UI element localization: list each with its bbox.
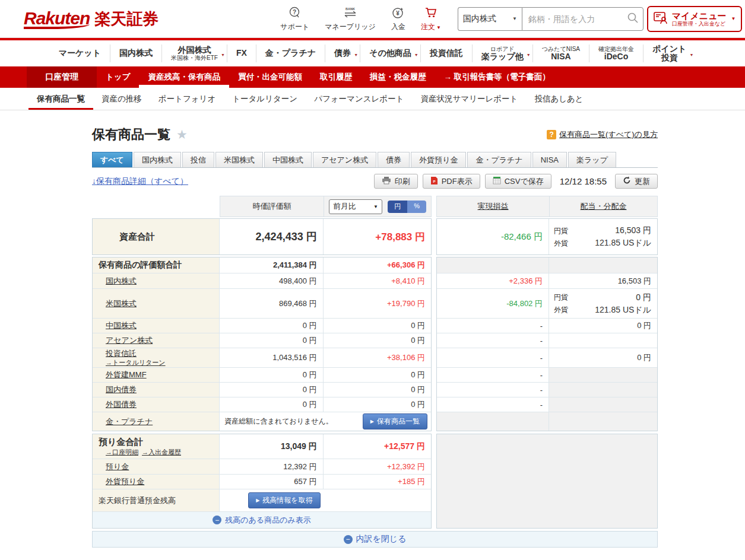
- investment-trust-link[interactable]: 投資信託: [106, 348, 137, 359]
- account-nav-trade-history[interactable]: 取引履歴: [311, 66, 361, 88]
- cashflow-history-link[interactable]: →入出金履歴: [142, 448, 181, 457]
- search-icon[interactable]: [627, 12, 639, 26]
- bank-bridge-icon: BANK: [341, 6, 359, 21]
- rakuten-bank-balance-cell: ▶残高情報を取得: [220, 489, 431, 512]
- account-nav-reports[interactable]: → 取引報告書等（電子書面）: [435, 66, 559, 88]
- foreign-bond-realized: -: [437, 397, 549, 412]
- tab-gold-platinum[interactable]: 金・プラチナ: [467, 152, 531, 167]
- tab-foreign-deposit[interactable]: 外貨預り金: [411, 152, 466, 167]
- top-header: Rakuten 楽天証券 ? サポート BANK マネーブリッジ ¥ 入金 注文…: [0, 0, 745, 38]
- chevron-down-icon: ▼: [731, 16, 736, 21]
- compare-period-select[interactable]: 前月比 ▼: [329, 199, 382, 214]
- tab-bonds[interactable]: 債券: [378, 152, 410, 167]
- account-detail-link[interactable]: →口座明細: [106, 448, 138, 457]
- account-nav-pl-tax-history[interactable]: 損益・税金履歴: [361, 66, 435, 88]
- help-link[interactable]: ? 保有商品一覧(すべて)の見方: [547, 129, 658, 140]
- header-search-group: 国内株式 ▼: [458, 7, 639, 31]
- dividend-header[interactable]: 配当・分配金: [549, 196, 658, 217]
- order-link[interactable]: 注文▼: [421, 6, 441, 32]
- account-nav-home[interactable]: 口座管理: [27, 66, 97, 88]
- deposit-icon: ¥: [392, 6, 405, 21]
- foreign-mmf-realized: -: [437, 368, 549, 383]
- tab-nisa[interactable]: NISA: [532, 152, 567, 167]
- tab-us-stock[interactable]: 米国株式: [215, 152, 263, 167]
- tab-domestic-stock[interactable]: 国内株式: [134, 152, 181, 167]
- page-title: 保有商品一覧: [92, 126, 170, 144]
- deposit-total-change: +12,577 円: [324, 434, 431, 459]
- subnav-total-return[interactable]: トータルリターン: [224, 88, 306, 110]
- tab-asean-stock[interactable]: アセアン株式: [313, 152, 376, 167]
- subnav-portfolio[interactable]: ポートフォリオ: [150, 88, 224, 110]
- us-stock-dividend: 円貨0 円 外貨121.85 USドル: [549, 289, 657, 319]
- sub-nav: 保有商品一覧 資産の推移 ポートフォリオ トータルリターン パフォーマンスレポー…: [0, 88, 745, 110]
- support-link[interactable]: ? サポート: [280, 6, 309, 32]
- nav-fx[interactable]: FX: [227, 44, 256, 62]
- nav-other-products[interactable]: その他商品▼: [360, 44, 420, 62]
- foreign-deposit-link[interactable]: 外貨預り金: [106, 476, 144, 487]
- tab-all[interactable]: すべて: [92, 152, 132, 167]
- china-stock-value: 0 円: [220, 319, 323, 333]
- account-nav-assets[interactable]: 資産残高・保有商品: [139, 66, 229, 88]
- nav-foreign-stock[interactable]: 外国株式米国株・海外ETF▼: [161, 44, 227, 62]
- gold-platinum-link[interactable]: 金・プラチナ: [106, 416, 153, 427]
- holdings-total-label: 保有商品の評価額合計: [93, 257, 220, 273]
- nav-gold-platinum[interactable]: 金・プラチナ: [256, 44, 325, 62]
- favorite-star-icon[interactable]: ★: [176, 128, 188, 142]
- search-category-select[interactable]: 国内株式 ▼: [458, 7, 522, 31]
- holdings-total-change: +66,306 円: [324, 257, 431, 273]
- refresh-icon: [623, 176, 631, 186]
- nav-market[interactable]: マーケット: [50, 44, 110, 62]
- nav-ideco[interactable]: 確定拠出年金iDeCo: [589, 44, 643, 62]
- holdings-detail-link[interactable]: ↓保有商品詳細（すべて）: [92, 176, 188, 187]
- nav-domestic-stock[interactable]: 国内株式: [110, 44, 161, 62]
- domestic-stock-dividend: 16,503 円: [549, 273, 657, 289]
- print-button[interactable]: 印刷: [374, 174, 418, 189]
- china-stock-link[interactable]: 中国株式: [106, 320, 137, 331]
- asean-stock-link[interactable]: アセアン株式: [106, 335, 153, 346]
- gold-holdings-button[interactable]: ▶保有商品一覧: [363, 413, 427, 429]
- subnav-holdings-list[interactable]: 保有商品一覧: [28, 88, 93, 110]
- account-nav-buying-power[interactable]: 買付・出金可能額: [229, 66, 311, 88]
- foreign-bond-change: 0 円: [324, 397, 431, 412]
- minus-circle-icon: −: [213, 516, 221, 524]
- tab-china-stock[interactable]: 中国株式: [264, 152, 312, 167]
- nav-roboad[interactable]: ロボアド楽ラップ他▼: [472, 44, 532, 62]
- get-balance-button[interactable]: ▶残高情報を取得: [248, 492, 320, 508]
- subnav-asset-trend[interactable]: 資産の推移: [93, 88, 150, 110]
- account-nav-top[interactable]: トップ: [97, 66, 139, 88]
- close-breakdown-link[interactable]: − 内訳を閉じる: [92, 531, 658, 548]
- tab-fund[interactable]: 投信: [182, 152, 214, 167]
- rakuten-logo[interactable]: Rakuten 楽天証券: [24, 8, 158, 30]
- foreign-mmf-link[interactable]: 外貨建MMF: [106, 370, 147, 380]
- tab-rakuwrap[interactable]: 楽ラップ: [568, 152, 616, 167]
- chevron-down-icon: ▼: [221, 53, 225, 58]
- domestic-bond-change: 0 円: [324, 383, 431, 397]
- my-menu-button[interactable]: マイメニュー 口座管理・入出金など ▼: [647, 6, 742, 32]
- domestic-stock-link[interactable]: 国内株式: [106, 276, 137, 287]
- domestic-bond-link[interactable]: 国内債券: [106, 384, 137, 395]
- us-stock-link[interactable]: 米国株式: [106, 298, 137, 309]
- refresh-button[interactable]: 更新: [615, 174, 658, 189]
- nav-bonds[interactable]: 債券▼: [325, 44, 360, 62]
- search-input[interactable]: [522, 7, 643, 31]
- total-return-link[interactable]: →トータルリターン: [106, 358, 166, 367]
- deposit-value: 12,392 円: [220, 459, 323, 475]
- pdf-button[interactable]: P PDF表示: [423, 174, 480, 189]
- subnav-performance-report[interactable]: パフォーマンスレポート: [306, 88, 412, 110]
- subnav-fund-footprint[interactable]: 投信あしあと: [526, 88, 591, 110]
- chevron-down-icon: ▼: [527, 53, 531, 58]
- subnav-asset-summary-report[interactable]: 資産状況サマリーレポート: [413, 88, 527, 110]
- filter-balance-only-link[interactable]: − 残高のある商品のみ表示: [93, 512, 431, 528]
- foreign-bond-link[interactable]: 外国債券: [106, 399, 137, 410]
- nav-point-investment[interactable]: ポイント投資▼: [643, 44, 695, 62]
- nav-investment-trust[interactable]: 投資信託: [420, 44, 472, 62]
- unit-toggle[interactable]: 円 %: [388, 201, 426, 213]
- realized-pl-header[interactable]: 実現損益: [436, 196, 549, 217]
- csv-button[interactable]: CSVで保存: [485, 174, 551, 189]
- holdings-total-value: 2,411,384 円: [220, 257, 323, 273]
- money-bridge-link[interactable]: BANK マネーブリッジ: [325, 6, 376, 32]
- deposit-link[interactable]: 預り金: [106, 462, 129, 472]
- deposit-link[interactable]: ¥ 入金: [391, 6, 405, 32]
- domestic-stock-value: 498,400 円: [220, 273, 323, 289]
- nav-nisa[interactable]: つみたてNISANISA: [532, 44, 589, 62]
